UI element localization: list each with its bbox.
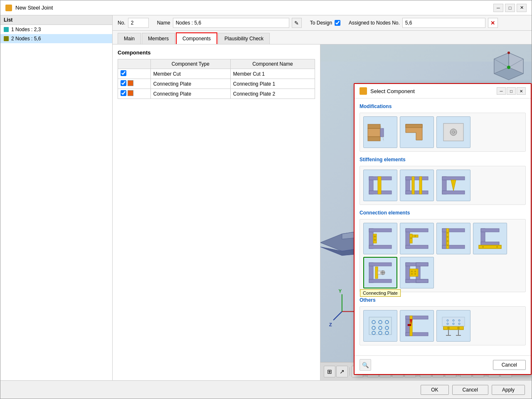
maximize-button[interactable]: □ <box>505 4 515 12</box>
svg-rect-82 <box>369 263 392 266</box>
svg-rect-115 <box>408 324 411 326</box>
connection-grid: Connecting Plate <box>360 219 526 292</box>
svg-rect-84 <box>375 267 378 278</box>
to-design-label: To Design <box>310 20 332 26</box>
others-item-3[interactable] <box>436 310 470 342</box>
svg-rect-95 <box>410 269 418 276</box>
row2-checkbox[interactable] <box>121 80 126 86</box>
dialog-maximize[interactable]: □ <box>507 87 516 95</box>
row1-type: Member Cut <box>150 69 230 79</box>
svg-point-96 <box>411 271 413 272</box>
stiffening-item-2[interactable] <box>400 170 434 201</box>
dialog-cancel-button[interactable]: Cancel <box>493 360 526 370</box>
row1-checkbox[interactable] <box>121 70 126 76</box>
svg-rect-111 <box>406 316 428 319</box>
no-input[interactable] <box>128 18 149 28</box>
svg-rect-46 <box>406 177 428 180</box>
connection-section: Connection elements <box>360 210 526 292</box>
ok-button[interactable]: OK <box>421 385 448 395</box>
close-button[interactable]: ✕ <box>517 4 527 12</box>
modification-item-1[interactable] <box>363 116 397 148</box>
others-title: Others <box>360 297 526 303</box>
connection-item-6[interactable] <box>400 257 434 288</box>
dialog-search-button[interactable]: 🔍 <box>360 359 371 371</box>
table-row: Member Cut Member Cut 1 <box>118 69 315 79</box>
table-row: Connecting Plate Connecting Plate 2 <box>118 89 315 99</box>
svg-rect-48 <box>412 177 414 194</box>
tab-members[interactable]: Members <box>142 33 175 44</box>
others-item-2[interactable] <box>400 310 434 342</box>
title-bar-left: New Steel Joint <box>5 5 53 11</box>
window-title: New Steel Joint <box>15 5 53 11</box>
others-grid <box>360 306 526 345</box>
row3-name: Connecting Plate 2 <box>230 89 315 99</box>
cancel-button[interactable]: Cancel <box>452 385 488 395</box>
to-design-checkbox[interactable] <box>335 20 340 26</box>
svg-point-66 <box>414 235 416 237</box>
title-bar: New Steel Joint ─ □ ✕ <box>0 0 532 15</box>
connection-item-1[interactable] <box>363 223 397 254</box>
svg-rect-56 <box>369 245 392 249</box>
assigned-label: Assigned to Nodes No. <box>349 20 400 26</box>
svg-rect-44 <box>378 177 381 194</box>
dialog-minimize[interactable]: ─ <box>497 87 506 95</box>
tabs-area: Main Members Components Plausibility Che… <box>113 31 532 44</box>
dialog-close[interactable]: ✕ <box>517 87 526 95</box>
name-input[interactable] <box>173 18 289 28</box>
others-item-1[interactable] <box>363 310 397 342</box>
svg-rect-49 <box>419 177 422 194</box>
stiffening-item-1[interactable] <box>363 170 397 201</box>
modification-item-3[interactable] <box>436 116 470 148</box>
content-area: Components Component Type Component Name <box>113 44 532 380</box>
tab-plausibility[interactable]: Plausibility Check <box>218 33 270 44</box>
list-item-1[interactable]: 1 Nodes : 2,3 <box>0 25 112 34</box>
connection-item-3[interactable] <box>436 223 470 254</box>
item-color-2 <box>4 36 9 41</box>
stiffening-item-3[interactable] <box>436 170 470 201</box>
table-row: Connecting Plate Connecting Plate 1 <box>118 79 315 89</box>
minimize-button[interactable]: ─ <box>493 4 503 12</box>
svg-point-72 <box>447 236 448 238</box>
name-label: Name <box>157 20 170 26</box>
name-group: Name ✎ <box>157 18 302 28</box>
tab-main[interactable]: Main <box>118 33 141 44</box>
svg-rect-32 <box>368 124 380 128</box>
svg-rect-77 <box>481 242 499 245</box>
col-check <box>118 59 151 69</box>
row2-color <box>128 80 133 86</box>
form-panel: Components Component Type Component Name <box>113 44 320 380</box>
row3-checkbox[interactable] <box>121 90 126 96</box>
name-edit-button[interactable]: ✎ <box>292 18 302 28</box>
svg-rect-57 <box>373 234 377 243</box>
list-panel: List 1 Nodes : 2,3 2 Nodes : 5,6 <box>0 15 113 380</box>
svg-rect-31 <box>368 128 380 137</box>
modification-item-2[interactable] <box>400 116 434 148</box>
dialog-title-left: Select Component <box>360 87 415 95</box>
connection-item-4[interactable] <box>473 223 507 254</box>
connection-item-2[interactable] <box>400 223 434 254</box>
dialog-footer: 🔍 Cancel <box>355 355 531 374</box>
modifications-title: Modifications <box>360 103 526 109</box>
no-label: No. <box>118 20 126 26</box>
assigned-input[interactable] <box>402 18 485 28</box>
svg-rect-37 <box>406 124 422 128</box>
svg-point-97 <box>411 273 413 275</box>
dialog-icon <box>360 87 367 95</box>
svg-rect-33 <box>368 137 380 141</box>
clear-assigned-button[interactable]: ✕ <box>488 18 498 28</box>
svg-rect-116 <box>443 326 463 330</box>
col-name: Component Name <box>230 59 315 69</box>
connection-item-5[interactable]: Connecting Plate <box>363 257 397 288</box>
apply-button[interactable]: Apply <box>492 385 525 395</box>
svg-rect-62 <box>406 245 428 249</box>
dialog-title-bar: Select Component ─ □ ✕ <box>355 84 531 99</box>
svg-rect-61 <box>406 229 428 232</box>
tab-components[interactable]: Components <box>176 32 217 44</box>
stiffening-title: Stiffening elements <box>360 157 526 163</box>
svg-point-117 <box>447 327 450 329</box>
viewport: X Y Z <box>320 44 532 380</box>
right-section: No. Name ✎ To Design Assigned to Nodes N… <box>113 15 532 380</box>
select-component-dialog: Select Component ─ □ ✕ <box>354 83 532 375</box>
svg-point-65 <box>410 237 412 239</box>
list-item-2[interactable]: 2 Nodes : 5,6 <box>0 34 112 43</box>
